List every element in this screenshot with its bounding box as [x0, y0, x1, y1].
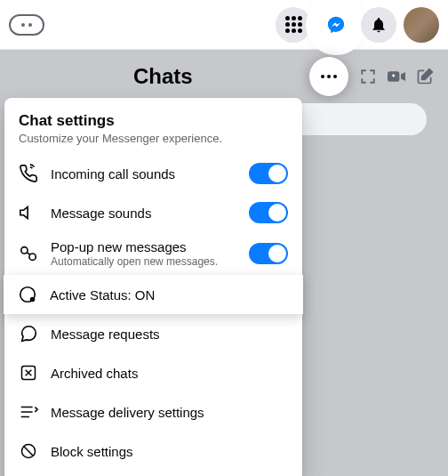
settings-item-sub: Automatically open new messages.	[51, 255, 236, 268]
toggle-switch[interactable]	[249, 202, 288, 223]
settings-item-label: Message sounds	[51, 206, 236, 221]
more-options-button[interactable]	[309, 57, 348, 96]
svg-point-3	[21, 247, 28, 254]
messenger-icon	[326, 15, 346, 35]
messenger-button[interactable]	[318, 7, 354, 43]
speaker-icon	[19, 203, 38, 222]
chat-settings-panel: Chat settings Customize your Messenger e…	[4, 98, 302, 476]
menu-grid-button[interactable]	[276, 7, 311, 43]
settings-item-active-status[interactable]: Active Status: ON	[4, 275, 303, 314]
svg-point-6	[30, 297, 36, 303]
bell-icon	[370, 16, 388, 34]
chats-title: Chats	[133, 64, 193, 89]
video-plus-icon	[388, 69, 405, 84]
expand-button[interactable]	[359, 68, 377, 85]
message-requests-icon	[19, 324, 38, 343]
block-icon	[19, 441, 38, 461]
toggle-switch[interactable]	[249, 163, 288, 184]
compose-button[interactable]	[416, 68, 434, 85]
popup-icon	[19, 244, 38, 263]
settings-item-popup[interactable]: Pop-up new messages Automatically open n…	[4, 232, 302, 275]
notifications-button[interactable]	[361, 7, 396, 43]
compose-icon	[416, 68, 434, 85]
settings-item-block[interactable]: Block settings	[4, 432, 302, 471]
settings-item-message-sounds[interactable]: Message sounds	[4, 193, 302, 232]
settings-item-archived[interactable]: Archived chats	[4, 353, 302, 392]
grid-icon	[285, 16, 302, 33]
settings-item-label: Archived chats	[51, 366, 288, 381]
archive-icon	[19, 363, 38, 383]
top-bar	[0, 0, 448, 50]
settings-item-label: Pop-up new messages	[51, 239, 236, 254]
gaming-icon[interactable]	[9, 14, 44, 36]
settings-item-label: Message requests	[51, 327, 288, 342]
settings-item-message-requests[interactable]: Message requests	[4, 314, 302, 353]
settings-item-delivery[interactable]: Message delivery settings	[4, 392, 302, 432]
active-status-icon	[18, 285, 37, 304]
settings-item-label: Active Status: ON	[50, 287, 289, 303]
chats-header: Chats	[119, 50, 448, 103]
settings-item-label: Message delivery settings	[51, 405, 288, 420]
settings-subtitle: Customize your Messenger experience.	[19, 132, 288, 145]
expand-icon	[360, 69, 376, 85]
svg-point-4	[29, 254, 36, 260]
ellipsis-icon	[321, 75, 337, 78]
video-call-button[interactable]	[388, 68, 405, 85]
profile-avatar[interactable]	[404, 7, 439, 43]
toggle-switch[interactable]	[249, 243, 288, 264]
settings-item-incoming-calls[interactable]: Incoming call sounds	[4, 154, 302, 193]
delivery-icon	[19, 402, 38, 422]
settings-item-label: Block settings	[51, 444, 288, 459]
phone-sound-icon	[19, 164, 38, 183]
settings-item-label: Incoming call sounds	[51, 166, 236, 182]
settings-title: Chat settings	[19, 112, 288, 130]
svg-rect-2	[393, 74, 394, 77]
